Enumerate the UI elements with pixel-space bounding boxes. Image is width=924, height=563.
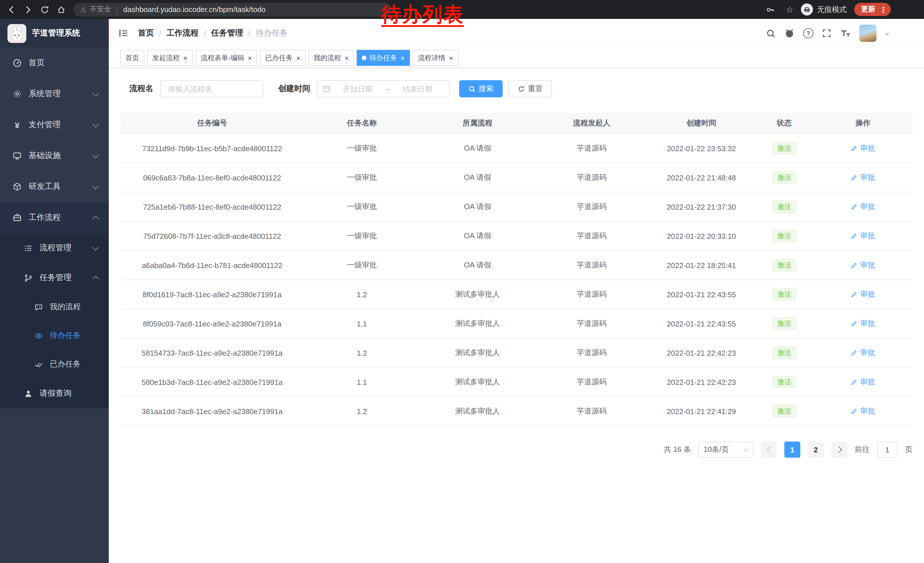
status-badge: 激活	[772, 259, 796, 272]
address-bar[interactable]: ⚠ 不安全 dashboard.yudao.iocoder.cn/bpm/tas…	[73, 3, 392, 17]
sidebar-item-done-task[interactable]: 已办任务	[0, 350, 109, 378]
list-icon	[23, 244, 33, 252]
start-date-input[interactable]	[330, 84, 385, 94]
cell-task-id: 75d72608-7b7f-11ec-a3c8-acde48001122	[120, 221, 304, 251]
tab-done-task[interactable]: 已办任务 ×	[260, 50, 305, 66]
approve-link-label: 审批	[860, 377, 875, 387]
browser-back-button[interactable]	[3, 2, 19, 17]
tab-home[interactable]: 首页	[120, 50, 144, 66]
font-size-icon[interactable]	[840, 29, 851, 38]
yen-icon: ¥	[12, 120, 22, 129]
chevron-down-icon	[93, 183, 99, 189]
approve-link[interactable]: 审批	[851, 173, 875, 183]
cell-actions: 审批	[813, 396, 912, 426]
close-icon[interactable]: ×	[449, 54, 453, 62]
close-icon[interactable]: ×	[296, 54, 300, 62]
sidebar-item-home[interactable]: 首页	[0, 48, 109, 78]
goto-label: 前往	[855, 444, 870, 455]
sidebar-menu: 首页 系统管理 ¥ 支付管理	[0, 48, 109, 408]
reset-button[interactable]: 重置	[508, 80, 552, 98]
security-label[interactable]: 不安全	[90, 5, 111, 14]
app-frame: 芋道管理系统 首页 系统管理 ¥	[0, 19, 924, 563]
approve-link[interactable]: 审批	[851, 318, 875, 329]
github-icon[interactable]	[784, 28, 795, 38]
page-size-select[interactable]: 10条/页	[699, 441, 753, 458]
sidebar-item-label: 已办任务	[50, 359, 81, 369]
tab-start-process[interactable]: 发起流程 ×	[147, 50, 193, 66]
breadcrumb-workflow[interactable]: 工作流程	[166, 28, 199, 38]
briefcase-icon	[12, 213, 22, 222]
sidebar-item-task-management[interactable]: 任务管理	[0, 263, 109, 293]
process-name-input[interactable]	[160, 80, 263, 98]
approve-link[interactable]: 审批	[851, 201, 875, 212]
prev-page-button[interactable]	[761, 441, 777, 458]
breadcrumb-home[interactable]: 首页	[138, 28, 154, 38]
table-row: 381aa1dd-7ac8-11ec-a9e2-a2380e71991a 1.2…	[120, 396, 912, 426]
browser-forward-button[interactable]	[20, 2, 36, 17]
approve-link[interactable]: 审批	[851, 231, 875, 241]
browser-update-button[interactable]: 更新 ⋮	[854, 3, 891, 16]
cell-status: 激活	[755, 192, 813, 221]
tab-my-process[interactable]: 我的流程 ×	[309, 50, 354, 66]
approve-link[interactable]: 审批	[851, 406, 875, 416]
kebab-menu-icon[interactable]: ⋮	[879, 6, 887, 14]
status-badge: 激活	[772, 347, 796, 359]
help-icon[interactable]: ?	[803, 28, 813, 38]
close-icon[interactable]: ×	[248, 54, 252, 62]
approve-link[interactable]: 审批	[851, 143, 875, 153]
sidebar-item-label: 待办任务	[50, 330, 81, 341]
sidebar-item-infrastructure[interactable]: 基础设施	[0, 140, 109, 171]
cell-task-name: 1.1	[304, 368, 420, 396]
url-text[interactable]: dashboard.yudao.iocoder.cn/bpm/task/todo	[123, 5, 266, 14]
browser-home-button[interactable]	[53, 2, 69, 17]
page-button-1[interactable]: 1	[784, 441, 800, 458]
breadcrumb-separator: /	[159, 29, 162, 38]
status-badge: 激活	[772, 288, 796, 301]
sidebar-item-leave-query[interactable]: 请假查询	[0, 378, 109, 408]
approve-link[interactable]: 审批	[851, 377, 875, 387]
breadcrumb-task-management[interactable]: 任务管理	[211, 28, 243, 38]
search-button[interactable]: 搜索	[459, 80, 502, 98]
approve-link-label: 审批	[860, 201, 875, 212]
sidebar-item-my-process[interactable]: 我的流程	[0, 293, 109, 321]
address-bar-divider	[117, 6, 118, 14]
end-date-input[interactable]	[390, 84, 445, 94]
annotation-overlay-text: 待办列表	[381, 4, 464, 27]
close-icon[interactable]: ×	[183, 54, 188, 62]
top-navbar: 首页 / 工作流程 / 任务管理 / 待办任务 ?	[109, 19, 924, 48]
tab-process-form-edit[interactable]: 流程表单-编辑 ×	[195, 50, 257, 66]
user-avatar[interactable]	[859, 25, 876, 42]
sidebar-item-system[interactable]: 系统管理	[0, 78, 109, 110]
sidebar-item-workflow[interactable]: 工作流程	[0, 202, 109, 233]
sidebar-logo-row[interactable]: 芋道管理系统	[0, 19, 109, 48]
tab-todo-task[interactable]: 待办任务 ×	[357, 50, 410, 66]
dashboard-icon	[12, 59, 22, 68]
cell-status: 激活	[755, 309, 813, 338]
sidebar-item-process-management[interactable]: 流程管理	[0, 233, 109, 263]
approve-link[interactable]: 审批	[851, 348, 875, 358]
approve-link[interactable]: 审批	[851, 260, 875, 270]
avatar-dropdown-caret-icon[interactable]	[885, 33, 890, 38]
tab-process-detail[interactable]: 流程详情 ×	[413, 50, 458, 66]
page-button-2[interactable]: 2	[808, 441, 824, 458]
create-time-range-picker[interactable]: -	[317, 80, 450, 98]
close-icon[interactable]: ×	[345, 54, 349, 62]
pagination: 共 16 条 10条/页 1 2 前往 页	[120, 441, 912, 458]
close-icon[interactable]: ×	[400, 54, 405, 62]
approve-link[interactable]: 审批	[851, 289, 875, 300]
cell-initiator: 芋道源码	[535, 309, 648, 338]
cell-task-name: 一级审批	[304, 134, 420, 163]
sidebar-item-todo-task[interactable]: 待办任务	[0, 321, 109, 350]
app-logo-rabbit	[8, 24, 26, 43]
cell-initiator: 芋道源码	[535, 163, 648, 192]
goto-page-input[interactable]	[877, 441, 898, 458]
browser-reload-button[interactable]	[37, 2, 52, 17]
search-icon[interactable]	[766, 29, 776, 38]
fullscreen-icon[interactable]	[822, 29, 831, 38]
next-page-button[interactable]	[831, 441, 847, 458]
password-key-icon[interactable]	[763, 2, 778, 17]
sidebar-item-devtools[interactable]: 研发工具	[0, 171, 109, 202]
bookmark-star-icon[interactable]: ☆	[786, 5, 794, 14]
sidebar-item-payment[interactable]: ¥ 支付管理	[0, 110, 109, 140]
sidebar-collapse-icon[interactable]	[118, 28, 129, 38]
